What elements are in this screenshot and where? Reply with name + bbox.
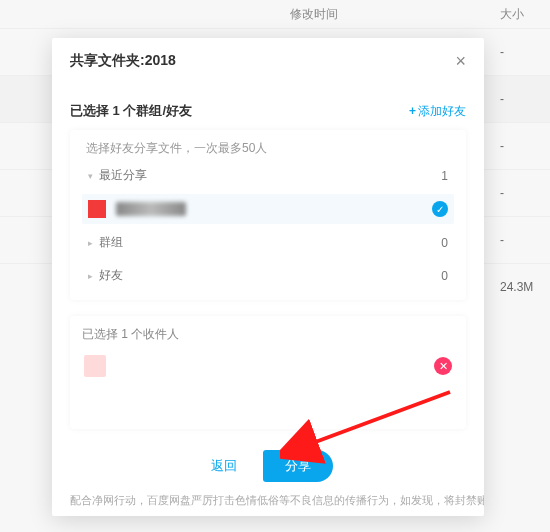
friends-card: 选择好友分享文件，一次最多50人 ▾最近分享 1 ✓ ▸群组 0 ▸好友 0 [70,130,466,300]
share-button[interactable]: 分享 [263,450,333,482]
chevron-down-icon: ▾ [88,171,93,181]
share-dialog: 共享文件夹:2018 × 已选择 1 个群组/好友 +添加好友 选择好友分享文件… [52,38,484,516]
recent-share-row[interactable]: ▾最近分享 1 [82,159,454,192]
footer-note: 配合净网行动，百度网盘严厉打击色情低俗等不良信息的传播行为，如发现，将封禁账… [52,493,484,508]
avatar [84,355,106,377]
share-hint: 选择好友分享文件，一次最多50人 [82,140,454,159]
back-button[interactable]: 返回 [203,451,245,481]
check-icon: ✓ [432,201,448,217]
close-icon[interactable]: × [455,52,466,70]
groups-label: 群组 [99,234,123,251]
avatar [88,200,106,218]
chevron-right-icon: ▸ [88,238,93,248]
recent-share-count: 1 [441,169,448,183]
friend-item-selected[interactable]: ✓ [82,194,454,224]
recipients-card: 已选择 1 个收件人 ✕ [70,316,466,429]
selection-count: 已选择 1 个群组/好友 [70,102,192,120]
friends-count: 0 [441,269,448,283]
add-friend-button[interactable]: +添加好友 [409,103,466,120]
dialog-head: 共享文件夹:2018 × [52,38,484,82]
friends-row[interactable]: ▸好友 0 [82,259,454,292]
plus-icon: + [409,104,416,118]
chevron-right-icon: ▸ [88,271,93,281]
recipients-title: 已选择 1 个收件人 [82,326,454,343]
selection-header: 已选择 1 个群组/好友 +添加好友 [52,82,484,130]
groups-row[interactable]: ▸群组 0 [82,226,454,259]
friends-label: 好友 [99,267,123,284]
friend-name-blurred [116,202,186,216]
groups-count: 0 [441,236,448,250]
recipient-item: ✕ [82,353,454,379]
dialog-title: 共享文件夹:2018 [70,52,176,70]
recent-share-label: 最近分享 [99,167,147,184]
remove-icon[interactable]: ✕ [434,357,452,375]
dialog-actions: 返回 分享 [52,450,484,482]
